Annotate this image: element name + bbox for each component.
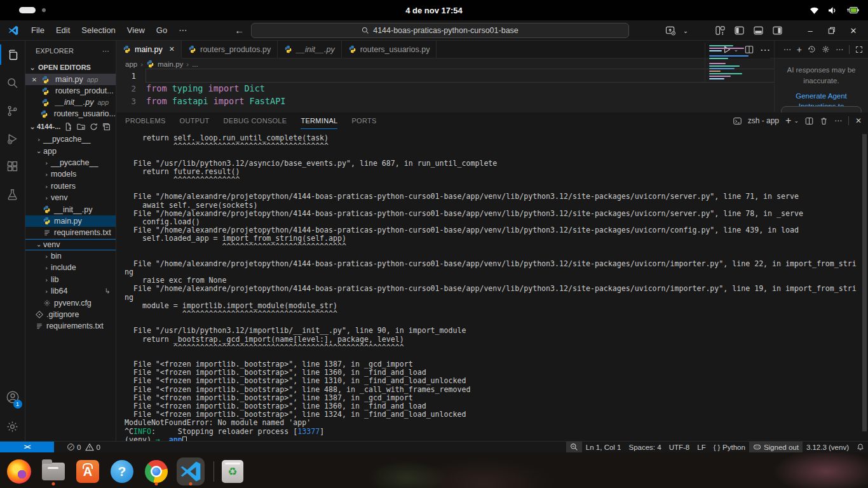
chat-history-icon[interactable] [808, 45, 816, 53]
open-editor-initpy[interactable]: __init__.pyapp [25, 97, 116, 108]
tree-item-venv[interactable]: ⌄venv [25, 239, 116, 250]
chat-overflow-icon[interactable]: ⋯ [836, 45, 843, 54]
code-line-3[interactable]: 3from fastapi import FastAPI [116, 95, 774, 107]
dock-vscode-icon[interactable] [177, 458, 205, 485]
problems-indicator[interactable]: 0 0 [63, 442, 104, 453]
close-panel-icon[interactable]: ✕ [855, 116, 862, 125]
menu-view[interactable]: View [121, 24, 151, 37]
breadcrumb[interactable]: app › main.py › ... [116, 58, 774, 69]
system-tray[interactable] [810, 0, 859, 20]
statusbar-bell[interactable] [853, 442, 868, 453]
menu-go[interactable]: Go [151, 24, 173, 37]
statusbar-3-12-3-venv-[interactable]: 3.12.3 (venv) [803, 442, 853, 453]
dock-firefox-icon[interactable] [5, 458, 33, 485]
kill-terminal-icon[interactable] [820, 117, 828, 125]
chat-settings-gear-icon[interactable] [822, 45, 830, 53]
chat-more-icon[interactable]: ⋯ [783, 45, 791, 54]
menu-selection[interactable]: Selection [76, 24, 121, 37]
tree-item-requirementstxt[interactable]: requirements.txt [25, 320, 116, 332]
open-editors-header[interactable]: ⌄ OPEN EDITORS [25, 61, 116, 74]
window-minimize-button[interactable]: – [801, 22, 820, 39]
explorer-icon[interactable] [0, 41, 25, 69]
tab-routersprodutospy[interactable]: routers_produtos.py [182, 41, 278, 58]
tree-item-bin[interactable]: ›bin [25, 250, 116, 262]
terminal-dropdown-chevron-icon[interactable]: ⌄ [794, 118, 799, 124]
statusbar-lf[interactable]: LF [693, 442, 709, 453]
command-center-search[interactable]: 4144-boas-praticas-python-curso01-base [251, 23, 629, 38]
window-close-button[interactable]: ✕ [844, 22, 863, 39]
toggle-sidebar-icon[interactable] [731, 24, 747, 37]
dock-files-icon[interactable] [39, 458, 67, 485]
panel-tab-ports[interactable]: PORTS [351, 112, 376, 129]
tree-item-pycache[interactable]: ›__pycache__ [25, 133, 116, 145]
tab-mainpy[interactable]: main.py✕ [116, 41, 182, 58]
remote-indicator[interactable]: >< [0, 442, 54, 453]
close-icon[interactable]: ✕ [169, 45, 175, 53]
statusbar-signed-out[interactable]: Signed out [749, 442, 803, 453]
testing-icon[interactable] [0, 180, 25, 208]
statusbar-python[interactable]: { }Python [710, 442, 749, 453]
tree-item-requirementstxt[interactable]: requirements.txt [25, 227, 116, 238]
tree-item-mainpy[interactable]: main.py [25, 215, 116, 227]
tree-item-lib[interactable]: ›lib [25, 274, 116, 285]
tree-item-initpy[interactable]: __init__.py [25, 203, 116, 215]
code-line-2[interactable]: 2from typing import Dict [116, 82, 774, 95]
search-icon[interactable] [0, 69, 25, 97]
tree-item-pyvenvcfg[interactable]: pyvenv.cfg [25, 297, 116, 308]
agent-sessions-icon[interactable] [662, 24, 679, 37]
statusbar-zoom-out[interactable] [566, 442, 582, 453]
chevron-down-icon[interactable]: ⌄ [681, 24, 690, 37]
maximize-panel-icon[interactable] [855, 46, 863, 53]
tree-item-venv[interactable]: ›venv [25, 192, 116, 203]
code-editor[interactable]: 12from typing import Dict3from fastapi i… [116, 69, 774, 112]
new-chat-icon[interactable]: + [797, 44, 802, 55]
nav-back-button[interactable]: ← [234, 25, 244, 36]
open-editor-mainpy[interactable]: ✕main.pyapp [25, 74, 116, 85]
new-terminal-icon[interactable]: + [785, 115, 791, 126]
open-editor-routersusuario[interactable]: routers_usuario... [25, 108, 116, 119]
tree-item-routers[interactable]: ›routers [25, 180, 116, 192]
dock-app-store-icon[interactable]: A [74, 458, 102, 485]
menu-file[interactable]: File [25, 24, 50, 37]
toggle-panel-icon[interactable] [750, 24, 766, 37]
terminal-output[interactable]: return self._loop.run_until_complete(tas… [116, 129, 868, 444]
open-editor-routersprodut[interactable]: routers_produt... [25, 85, 116, 97]
refresh-icon[interactable] [90, 123, 98, 131]
tree-item-gitignore[interactable]: .gitignore [25, 309, 116, 320]
chat-input-box[interactable] [781, 106, 862, 112]
new-folder-icon[interactable] [77, 123, 85, 131]
system-clock[interactable]: 4 de nov 17:54 [0, 0, 868, 20]
project-root-header[interactable]: ⌄ 4144-... [25, 119, 116, 133]
tree-item-app[interactable]: ⌄app [25, 145, 116, 156]
new-file-icon[interactable] [64, 123, 72, 131]
statusbar-ln-1-col-1[interactable]: Ln 1, Col 1 [582, 442, 625, 453]
panel-tab-output[interactable]: OUTPUT [180, 112, 210, 129]
settings-gear-icon[interactable] [0, 412, 25, 441]
panel-tab-debug-console[interactable]: DEBUG CONSOLE [224, 112, 287, 129]
tree-item-pycache[interactable]: ›__pycache__ [25, 157, 116, 168]
dock-chrome-icon[interactable] [142, 458, 170, 485]
split-terminal-icon[interactable] [805, 117, 813, 125]
panel-tab-terminal[interactable]: TERMINAL [301, 112, 337, 129]
toggle-secondary-sidebar-icon[interactable] [769, 24, 785, 37]
code-line-1[interactable]: 1 [116, 69, 774, 82]
statusbar-utf-8[interactable]: UTF-8 [665, 442, 694, 453]
tree-item-include[interactable]: ›include [25, 262, 116, 273]
collapse-all-icon[interactable] [102, 123, 111, 131]
minimap[interactable] [705, 43, 765, 82]
menu-[interactable]: ⋯ [173, 24, 193, 37]
tab-initpy[interactable]: __init__.py [278, 41, 341, 58]
dock-trash-icon[interactable]: ♻ [219, 458, 247, 485]
terminal-scrollbar[interactable] [862, 134, 867, 431]
panel-tab-problems[interactable]: PROBLEMS [125, 112, 166, 129]
source-control-icon[interactable] [0, 97, 25, 125]
statusbar-spaces-4[interactable]: Spaces: 4 [625, 442, 665, 453]
window-restore-button[interactable] [822, 22, 841, 39]
accounts-icon[interactable]: 1 [0, 383, 25, 412]
terminal-shell-label[interactable]: zsh - app [748, 116, 779, 125]
tree-item-models[interactable]: ›models [25, 168, 116, 180]
tab-routersusuariospy[interactable]: routers_usuarios.py [342, 41, 437, 58]
dock-help-icon[interactable]: ? [108, 458, 136, 485]
close-icon[interactable]: ✕ [31, 76, 38, 83]
customize-layout-icon[interactable] [712, 24, 728, 37]
